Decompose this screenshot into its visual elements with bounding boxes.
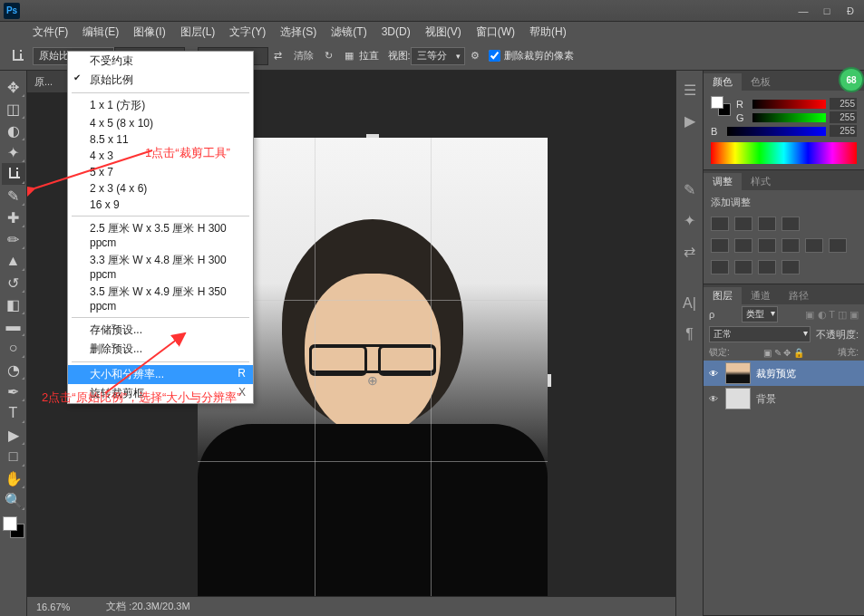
shape-tool[interactable]: □ xyxy=(2,446,25,467)
blend-mode-select[interactable]: 正常 xyxy=(709,326,811,342)
clear-button[interactable]: 清除 xyxy=(288,46,319,66)
exposure-icon[interactable] xyxy=(781,217,800,231)
stamp-tool[interactable]: ▲ xyxy=(2,250,25,272)
paths-tab[interactable]: 路径 xyxy=(780,287,818,304)
reset-icon[interactable]: ↻ xyxy=(319,46,339,66)
hand-tool[interactable]: ✋ xyxy=(2,467,25,489)
eraser-tool[interactable]: ◧ xyxy=(2,294,25,315)
layer-crop-preview[interactable]: 👁 裁剪预览 xyxy=(704,361,864,386)
gear-icon[interactable]: ⚙ xyxy=(465,46,485,66)
balance-icon[interactable] xyxy=(758,238,776,253)
dd-16x9[interactable]: 16 x 9 xyxy=(68,197,253,213)
mixer-icon[interactable] xyxy=(829,238,847,253)
pen-tool[interactable]: ✒ xyxy=(2,380,25,402)
zoom-tool[interactable]: 🔍 xyxy=(2,489,25,511)
swatches-tab[interactable]: 色板 xyxy=(742,73,780,91)
menu-file[interactable]: 文件(F) xyxy=(25,23,75,42)
minimize-button[interactable]: — xyxy=(793,4,813,18)
dd-original-ratio[interactable]: 原始比例 xyxy=(68,71,253,90)
dd-size-resolution[interactable]: 大小和分辨率...R xyxy=(68,365,253,384)
visibility-toggle[interactable]: 👁 xyxy=(707,367,720,380)
brush-preset-icon[interactable]: ✎ xyxy=(680,179,700,199)
tool-preset-icon[interactable]: ✦ xyxy=(680,210,700,230)
spectrum-bar[interactable] xyxy=(711,142,857,164)
healing-tool[interactable]: ✚ xyxy=(2,207,25,228)
visibility-toggle[interactable]: 👁 xyxy=(707,392,720,405)
filter-type-select[interactable]: 类型 xyxy=(742,306,778,322)
b-slider[interactable] xyxy=(727,127,826,136)
dd-unconstrained[interactable]: 不受约束 xyxy=(68,52,253,71)
path-select-tool[interactable]: ▶ xyxy=(2,424,25,446)
dd-rotate-crop[interactable]: 旋转裁剪框X xyxy=(68,384,253,403)
layer-name[interactable]: 背景 xyxy=(756,392,776,406)
history-brush-tool[interactable]: ↺ xyxy=(2,272,25,294)
gradient-tool[interactable]: ▬ xyxy=(2,315,25,337)
bw-icon[interactable] xyxy=(781,238,800,253)
menu-view[interactable]: 视图(V) xyxy=(418,23,469,42)
menu-3d[interactable]: 3D(D) xyxy=(374,24,418,40)
view-dropdown[interactable]: 三等分 xyxy=(411,47,465,65)
layer-name[interactable]: 裁剪预览 xyxy=(756,367,796,380)
b-value[interactable]: 255 xyxy=(830,125,857,137)
history-icon[interactable]: ☰ xyxy=(680,80,700,100)
delete-cropped-checkbox[interactable] xyxy=(489,50,500,62)
lasso-tool[interactable]: ◐ xyxy=(2,120,25,141)
g-value[interactable]: 255 xyxy=(830,111,857,123)
r-value[interactable]: 255 xyxy=(830,98,857,110)
dd-4x5[interactable]: 4 x 5 (8 x 10) xyxy=(68,115,253,131)
g-slider[interactable] xyxy=(752,113,826,122)
gradient-map-icon[interactable] xyxy=(781,260,800,274)
type-tool[interactable]: T xyxy=(2,402,25,424)
threshold-icon[interactable] xyxy=(758,260,776,274)
vibrance-icon[interactable] xyxy=(711,238,729,253)
eyedropper-tool[interactable]: ✎ xyxy=(2,185,25,207)
crop-handle-e[interactable] xyxy=(548,374,551,387)
menu-image[interactable]: 图像(I) xyxy=(126,23,172,42)
zoom-level[interactable]: 16.67% xyxy=(36,602,70,612)
secondary-button[interactable]: Đ xyxy=(840,4,860,18)
brightness-icon[interactable] xyxy=(711,217,729,231)
dd-25x35[interactable]: 2.5 厘米 W x 3.5 厘米 H 300 ppcm xyxy=(68,219,253,251)
brush-tool[interactable]: ✏ xyxy=(2,228,25,250)
crop-handle-n[interactable] xyxy=(366,134,379,138)
blur-tool[interactable]: ○ xyxy=(2,337,25,359)
play-icon[interactable]: ▶ xyxy=(680,111,700,130)
posterize-icon[interactable] xyxy=(734,260,752,274)
dd-2x3[interactable]: 2 x 3 (4 x 6) xyxy=(68,180,253,197)
paragraph-icon[interactable]: ¶ xyxy=(680,324,700,344)
menu-window[interactable]: 窗口(W) xyxy=(469,23,522,42)
dd-5x7[interactable]: 5 x 7 xyxy=(68,164,253,180)
maximize-button[interactable]: □ xyxy=(817,4,837,18)
channels-tab[interactable]: 通道 xyxy=(742,287,780,304)
color-tab[interactable]: 颜色 xyxy=(704,73,742,91)
dd-save-preset[interactable]: 存储预设... xyxy=(68,321,253,340)
layer-thumbnail[interactable] xyxy=(725,362,751,384)
color-swatches[interactable] xyxy=(3,516,24,538)
levels-icon[interactable] xyxy=(734,217,752,231)
status-badge[interactable]: 68 xyxy=(839,67,864,92)
menu-edit[interactable]: 编辑(E) xyxy=(75,23,126,42)
marquee-tool[interactable]: ◫ xyxy=(2,98,25,120)
layer-thumbnail[interactable] xyxy=(725,388,751,409)
swap-button[interactable]: ⇄ xyxy=(268,46,288,66)
menu-help[interactable]: 帮助(H) xyxy=(522,23,574,42)
dd-4x3[interactable]: 4 x 3 xyxy=(68,148,253,164)
photo-filter-icon[interactable] xyxy=(805,238,823,253)
dd-1x1[interactable]: 1 x 1 (方形) xyxy=(68,96,253,115)
dd-35x49[interactable]: 3.5 厘米 W x 4.9 厘米 H 350 ppcm xyxy=(68,283,253,314)
crop-tool[interactable] xyxy=(2,163,25,185)
move-tool[interactable]: ✥ xyxy=(2,76,25,98)
layers-tab[interactable]: 图层 xyxy=(704,287,742,304)
dodge-tool[interactable]: ◔ xyxy=(2,359,25,380)
menu-filter[interactable]: 滤镜(T) xyxy=(324,23,374,42)
menu-select[interactable]: 选择(S) xyxy=(273,23,324,42)
fg-swatch[interactable] xyxy=(711,96,723,109)
character-icon[interactable]: A| xyxy=(680,294,700,313)
invert-icon[interactable] xyxy=(711,260,729,274)
dd-33x48[interactable]: 3.3 厘米 W x 4.8 厘米 H 300 ppcm xyxy=(68,251,253,283)
curves-icon[interactable] xyxy=(758,217,776,231)
styles-tab[interactable]: 样式 xyxy=(742,173,780,190)
dd-delete-preset[interactable]: 删除预设... xyxy=(68,340,253,359)
hue-icon[interactable] xyxy=(734,238,752,253)
swap-icon[interactable]: ⇄ xyxy=(680,241,700,261)
